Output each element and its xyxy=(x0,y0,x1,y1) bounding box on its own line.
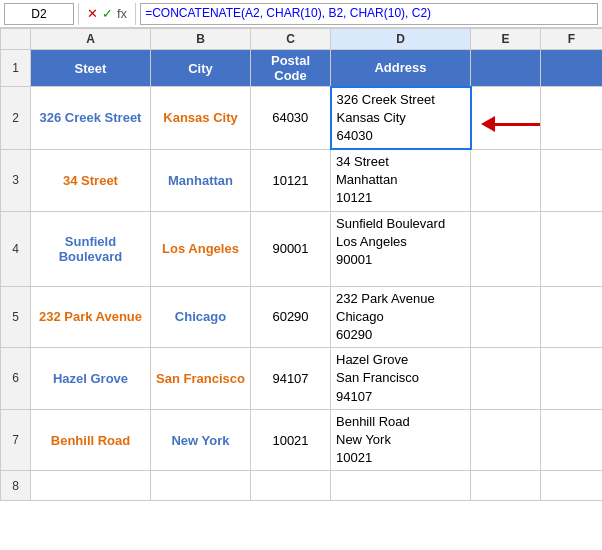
row-1: 1 Steet City Postal Code Address xyxy=(1,50,603,87)
row-6: 6 Hazel Grove San Francisco 94107 Hazel … xyxy=(1,348,603,410)
cell-b7[interactable]: New York xyxy=(151,409,251,471)
col-header-d[interactable]: D xyxy=(331,29,471,50)
cell-e7[interactable] xyxy=(471,409,541,471)
cell-a6[interactable]: Hazel Grove xyxy=(31,348,151,410)
cell-d3[interactable]: 34 Street Manhattan 10121 xyxy=(331,149,471,211)
formula-icons: ✕ ✓ fx xyxy=(83,6,131,21)
cell-b2[interactable]: Kansas City xyxy=(151,87,251,150)
cell-f3[interactable] xyxy=(541,149,603,211)
cell-c8[interactable] xyxy=(251,471,331,501)
cell-d8[interactable] xyxy=(331,471,471,501)
row-num-3: 3 xyxy=(1,149,31,211)
cell-a2[interactable]: 326 Creek Street xyxy=(31,87,151,150)
cell-c1[interactable]: Postal Code xyxy=(251,50,331,87)
cell-e1[interactable] xyxy=(471,50,541,87)
cell-a3[interactable]: 34 Street xyxy=(31,149,151,211)
cell-f8[interactable] xyxy=(541,471,603,501)
cell-e3[interactable] xyxy=(471,149,541,211)
row-num-4: 4 xyxy=(1,211,31,286)
cell-c7[interactable]: 10021 xyxy=(251,409,331,471)
formula-bar: ✕ ✓ fx =CONCATENATE(A2, CHAR(10), B2, CH… xyxy=(0,0,602,28)
cell-f5[interactable] xyxy=(541,286,603,348)
row-8: 8 xyxy=(1,471,603,501)
corner-cell xyxy=(1,29,31,50)
cell-a5[interactable]: 232 Park Avenue xyxy=(31,286,151,348)
cell-d7[interactable]: Benhill Road New York 10021 xyxy=(331,409,471,471)
col-header-row: A B C D E F xyxy=(1,29,603,50)
cell-f6[interactable] xyxy=(541,348,603,410)
col-header-f[interactable]: F xyxy=(541,29,603,50)
row-4: 4 Sunfield Boulevard Los Angeles 90001 S… xyxy=(1,211,603,286)
cell-a1[interactable]: Steet xyxy=(31,50,151,87)
arrow-head xyxy=(481,116,495,132)
cell-d4[interactable]: Sunfield Boulevard Los Angeles 90001 xyxy=(331,211,471,286)
cell-c6[interactable]: 94107 xyxy=(251,348,331,410)
row-num-7: 7 xyxy=(1,409,31,471)
cell-f1[interactable] xyxy=(541,50,603,87)
cell-f2[interactable] xyxy=(541,87,603,150)
cell-c2[interactable]: 64030 xyxy=(251,87,331,150)
cell-f7[interactable] xyxy=(541,409,603,471)
cell-b6[interactable]: San Francisco xyxy=(151,348,251,410)
red-arrow xyxy=(481,116,540,132)
col-header-a[interactable]: A xyxy=(31,29,151,50)
row-num-5: 5 xyxy=(1,286,31,348)
row-3: 3 34 Street Manhattan 10121 34 Street Ma… xyxy=(1,149,603,211)
cell-b3[interactable]: Manhattan xyxy=(151,149,251,211)
function-icon[interactable]: fx xyxy=(117,6,127,21)
cell-a8[interactable] xyxy=(31,471,151,501)
cell-e6[interactable] xyxy=(471,348,541,410)
row-num-2: 2 xyxy=(1,87,31,150)
cell-a7[interactable]: Benhill Road xyxy=(31,409,151,471)
spreadsheet: A B C D E F 1 Steet City Postal Code Add… xyxy=(0,28,602,501)
cell-c4[interactable]: 90001 xyxy=(251,211,331,286)
row-num-8: 8 xyxy=(1,471,31,501)
formula-input[interactable]: =CONCATENATE(A2, CHAR(10), B2, CHAR(10),… xyxy=(140,3,598,25)
cell-d6[interactable]: Hazel Grove San Francisco 94107 xyxy=(331,348,471,410)
row-num-1: 1 xyxy=(1,50,31,87)
col-header-c[interactable]: C xyxy=(251,29,331,50)
cell-a4[interactable]: Sunfield Boulevard xyxy=(31,211,151,286)
row-5: 5 232 Park Avenue Chicago 60290 232 Park… xyxy=(1,286,603,348)
cell-c5[interactable]: 60290 xyxy=(251,286,331,348)
cell-reference-box[interactable] xyxy=(4,3,74,25)
arrow-line xyxy=(495,123,540,126)
cell-d5[interactable]: 232 Park Avenue Chicago 60290 xyxy=(331,286,471,348)
cell-b8[interactable] xyxy=(151,471,251,501)
cell-b4[interactable]: Los Angeles xyxy=(151,211,251,286)
formula-divider2 xyxy=(135,3,136,25)
col-header-e[interactable]: E xyxy=(471,29,541,50)
cell-d2[interactable]: 326 Creek Street Kansas City 64030 xyxy=(331,87,471,150)
row-7: 7 Benhill Road New York 10021 Benhill Ro… xyxy=(1,409,603,471)
col-header-b[interactable]: B xyxy=(151,29,251,50)
cell-b5[interactable]: Chicago xyxy=(151,286,251,348)
cell-c3[interactable]: 10121 xyxy=(251,149,331,211)
spreadsheet-table: A B C D E F 1 Steet City Postal Code Add… xyxy=(0,28,602,501)
cell-b1[interactable]: City xyxy=(151,50,251,87)
row-num-6: 6 xyxy=(1,348,31,410)
cell-d1[interactable]: Address xyxy=(331,50,471,87)
formula-divider xyxy=(78,3,79,25)
cancel-icon[interactable]: ✕ xyxy=(87,6,98,21)
cell-f4[interactable] xyxy=(541,211,603,286)
confirm-icon[interactable]: ✓ xyxy=(102,6,113,21)
cell-e8[interactable] xyxy=(471,471,541,501)
cell-e5[interactable] xyxy=(471,286,541,348)
cell-e4[interactable] xyxy=(471,211,541,286)
